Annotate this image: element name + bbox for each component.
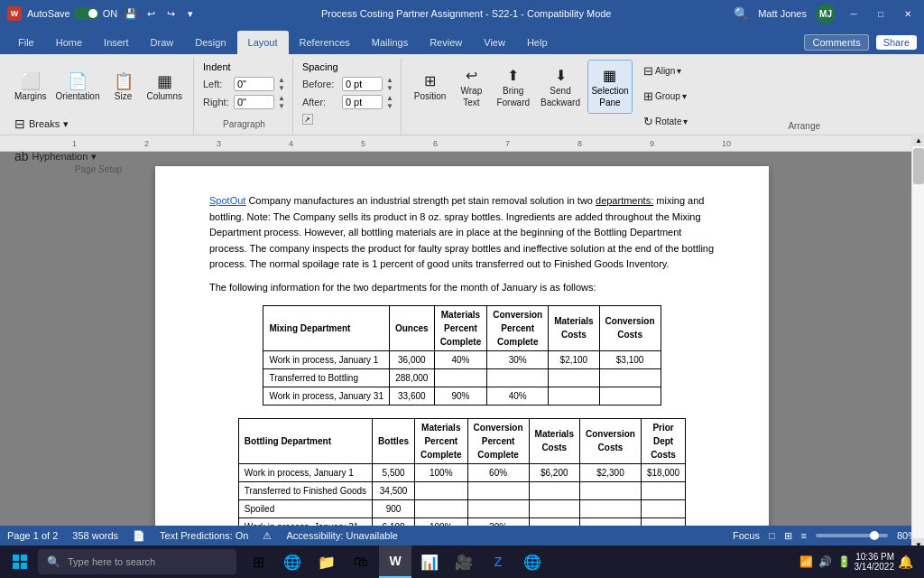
zoom-slider[interactable] <box>816 534 888 537</box>
volume-icon[interactable]: 🔊 <box>818 555 832 568</box>
tab-references[interactable]: References <box>289 31 361 54</box>
vertical-scrollbar[interactable]: ▲ ▼ <box>911 152 924 526</box>
read-mode-icon[interactable]: ≡ <box>801 530 807 541</box>
spacing-before-row: Before: ▲ ▼ <box>302 76 393 92</box>
tab-mailings[interactable]: Mailings <box>361 31 419 54</box>
tab-help[interactable]: Help <box>516 31 559 54</box>
bottling-r2-c7 <box>641 481 685 499</box>
paragraph-expand-button[interactable]: ↗ <box>302 114 313 125</box>
taskbar-search-box[interactable]: 🔍 Type here to search <box>38 549 236 574</box>
svg-rect-0 <box>13 555 19 561</box>
tab-layout[interactable]: Layout <box>237 31 289 54</box>
align-button[interactable]: ⊟ Align▾ <box>640 60 691 81</box>
search-icon[interactable]: 🔍 <box>734 6 749 21</box>
indent-right-up[interactable]: ▲ <box>278 94 285 102</box>
spacing-after-input[interactable] <box>342 95 383 109</box>
autosave-toggle[interactable] <box>74 7 99 20</box>
taskbar-edge-icon[interactable]: 🌐 <box>276 545 309 578</box>
print-layout-icon[interactable]: □ <box>769 530 775 541</box>
tab-draw[interactable]: Draw <box>140 31 185 54</box>
redo-button[interactable]: ↪ <box>162 5 179 22</box>
send-backward-button[interactable]: ⬇ Send Backward <box>537 62 584 112</box>
bottling-r4-c6 <box>579 517 641 526</box>
spacing-title: Spacing <box>302 61 393 72</box>
after-down[interactable]: ▼ <box>386 102 393 110</box>
avatar[interactable]: MJ <box>816 4 836 23</box>
ribbon-tabs: File Home Insert Draw Design Layout Refe… <box>0 27 924 54</box>
mixing-r3-c4: 40% <box>487 387 549 405</box>
minimize-button[interactable]: ─ <box>845 5 863 23</box>
indent-left-down[interactable]: ▼ <box>278 84 285 92</box>
columns-icon: ▦ <box>157 73 172 89</box>
mixing-r3-c2: 33,600 <box>389 387 434 405</box>
mixing-row-3: Work in process, January 31 33,600 90% 4… <box>263 387 661 405</box>
taskbar-teams-icon[interactable]: 🎥 <box>448 545 480 578</box>
taskbar-folder-icon[interactable]: 📁 <box>310 545 343 578</box>
scroll-thumb[interactable] <box>913 152 924 184</box>
clock[interactable]: 10:36 PM 3/14/2022 <box>855 552 895 572</box>
start-button[interactable] <box>4 545 36 578</box>
wrap-text-button[interactable]: ↩ Wrap Text <box>453 62 489 112</box>
page-info: Page 1 of 2 <box>7 530 58 541</box>
autosave-state: ON <box>103 8 118 19</box>
indent-left-up[interactable]: ▲ <box>278 76 285 84</box>
bottling-r2-c1: Transferred to Finished Goods <box>238 481 372 499</box>
margins-button[interactable]: ⬜ Margins <box>11 60 51 114</box>
more-button[interactable]: ▾ <box>182 5 199 22</box>
tab-design[interactable]: Design <box>184 31 236 54</box>
indent-right-down[interactable]: ▼ <box>278 102 285 110</box>
indent-right-row: Right: ▲ ▼ <box>203 94 285 110</box>
indent-right-input[interactable] <box>234 95 274 109</box>
scroll-track[interactable] <box>912 152 924 526</box>
tab-home[interactable]: Home <box>45 31 93 54</box>
share-button[interactable]: Share <box>876 35 917 50</box>
mixing-r3-c6 <box>599 387 661 405</box>
save-button[interactable]: 💾 <box>123 5 139 22</box>
indent-left-input[interactable] <box>234 77 274 91</box>
taskbar-word-icon[interactable]: W <box>379 545 411 578</box>
taskbar-excel-icon[interactable]: 📊 <box>413 545 446 578</box>
send-backward-icon: ⬇ <box>555 67 567 84</box>
taskbar-store-icon[interactable]: 🛍 <box>345 545 377 578</box>
mixing-row-2: Transferred to Bottling 288,000 <box>263 368 661 387</box>
document-title: Process Costing Partner Assignment - S22… <box>199 8 734 19</box>
taskbar-chrome-icon[interactable]: 🌐 <box>516 545 549 578</box>
tab-review[interactable]: Review <box>419 31 473 54</box>
orientation-button[interactable]: 📄 Orientation <box>52 60 104 114</box>
restore-button[interactable]: □ <box>872 5 890 23</box>
before-up[interactable]: ▲ <box>386 76 393 84</box>
undo-button[interactable]: ↩ <box>143 5 159 22</box>
rotate-button[interactable]: ↻ Rotate▾ <box>640 110 691 132</box>
tab-view[interactable]: View <box>473 31 516 54</box>
document-area: SpotOut Company manufactures an industri… <box>0 152 924 526</box>
web-layout-icon[interactable]: ⊞ <box>784 530 792 542</box>
taskbar-task-view[interactable]: ⊞ <box>242 545 274 578</box>
wifi-icon[interactable]: 📶 <box>799 555 813 568</box>
ruler: 1 2 3 4 5 6 7 8 9 10 <box>0 135 924 152</box>
taskbar-right: 📶 🔊 🔋 10:36 PM 3/14/2022 🔔 <box>799 552 921 572</box>
tab-insert[interactable]: Insert <box>93 31 140 54</box>
spacing-before-input[interactable] <box>342 77 383 91</box>
size-button[interactable]: 📋 Size <box>106 60 142 114</box>
breaks-button[interactable]: ⊟ Breaks▾ <box>11 116 72 132</box>
selection-pane-button[interactable]: ▦ Selection Pane <box>587 60 633 114</box>
columns-button[interactable]: ▦ Columns <box>143 60 186 114</box>
bring-forward-icon: ⬆ <box>507 67 519 84</box>
before-down[interactable]: ▼ <box>386 84 393 92</box>
arrange-buttons-col4: ⬇ Send Backward <box>537 60 584 114</box>
tab-file[interactable]: File <box>7 31 45 54</box>
battery-icon[interactable]: 🔋 <box>837 555 851 568</box>
selection-pane-icon: ▦ <box>603 67 616 84</box>
taskbar-zoom-icon[interactable]: Z <box>482 545 514 578</box>
user-name: Matt Jones <box>758 8 807 19</box>
group-button[interactable]: ⊞ Group▾ <box>640 85 691 107</box>
focus-label[interactable]: Focus <box>733 530 760 541</box>
close-button[interactable]: ✕ <box>899 5 917 23</box>
notification-icon[interactable]: 🔔 <box>898 555 913 569</box>
mixing-r3-c3: 90% <box>434 387 487 405</box>
comments-button[interactable]: Comments <box>804 34 868 51</box>
position-button[interactable]: ⊞ Position <box>411 62 450 112</box>
bring-forward-button[interactable]: ⬆ Bring Forward <box>493 62 533 112</box>
after-up[interactable]: ▲ <box>386 94 393 102</box>
orientation-icon: 📄 <box>68 73 88 89</box>
